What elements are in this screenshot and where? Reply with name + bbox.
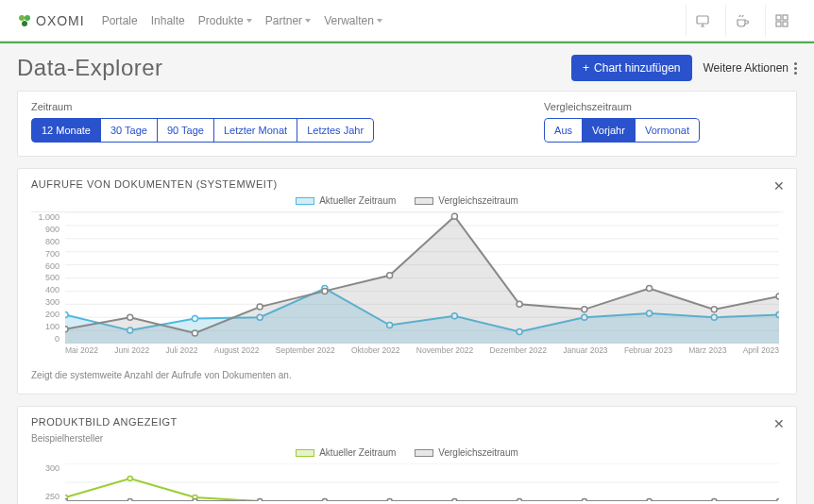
svg-point-37 (322, 288, 328, 294)
svg-rect-6 (776, 22, 781, 26)
legend-swatch-current (296, 449, 314, 457)
brand-logo[interactable]: OXOMI (17, 13, 85, 28)
svg-point-33 (65, 327, 68, 332)
xtick: April 2023 (743, 345, 779, 362)
chart1-yaxis: 1.0009008007006005004003002001000 (31, 212, 63, 344)
logo-icon (17, 13, 32, 28)
xtick: Mai 2022 (65, 345, 98, 362)
chevron-down-icon (305, 19, 311, 23)
nav-produkte[interactable]: Produkte (198, 14, 252, 27)
vergleich-option-0[interactable]: Aus (544, 118, 583, 143)
chart2-subtitle: Beispielhersteller (31, 433, 783, 444)
svg-point-61 (193, 499, 197, 502)
topbar: OXOMI Portale Inhalte Produkte Partner V… (0, 0, 814, 42)
legend-current: Aktueller Zeitraum (296, 195, 396, 206)
page-content: Data-Explorer + Chart hinzufügen Weitere… (0, 43, 814, 504)
ytick: 800 (31, 237, 59, 246)
topbar-right (686, 5, 797, 37)
ytick: 300 (31, 297, 59, 307)
legend-swatch-compare (415, 197, 433, 205)
ytick: 900 (31, 225, 59, 234)
legend-compare: Vergleichszeitraum (415, 447, 517, 458)
zeitraum-group: Zeitraum 12 Monate30 Tage90 TageLetzter … (31, 101, 374, 143)
plus-icon: + (583, 61, 589, 75)
ytick: 300 (31, 463, 59, 473)
more-actions-button[interactable]: Weitere Aktionen (704, 61, 798, 75)
nav-portale[interactable]: Portale (102, 14, 138, 27)
xtick: Oktober 2022 (351, 345, 400, 362)
xtick: Juni 2022 (114, 345, 149, 362)
zeitraum-label: Zeitraum (31, 101, 374, 112)
grid-icon[interactable] (765, 5, 797, 37)
legend-compare: Vergleichszeitraum (415, 195, 517, 206)
svg-point-34 (127, 314, 133, 320)
svg-point-44 (776, 294, 779, 299)
chart-panel-2: ✕ PRODUKTBILD ANGEZEIGT Beispielherstell… (17, 406, 797, 504)
legend-swatch-compare (415, 449, 433, 457)
zeitraum-option-4[interactable]: Letztes Jahr (297, 118, 374, 143)
svg-point-2 (22, 21, 27, 26)
chart1-xaxis: Mai 2022Juni 2022Juli 2022August 2022Sep… (65, 345, 779, 362)
vergleich-option-1[interactable]: Vorjahr (582, 118, 636, 143)
xtick: März 2023 (688, 345, 726, 362)
coffee-icon[interactable] (725, 5, 757, 37)
svg-point-40 (517, 301, 522, 307)
chart1-area: 1.0009008007006005004003002001000 Mai 20… (31, 211, 783, 362)
svg-point-35 (192, 330, 197, 336)
ytick: 600 (31, 261, 59, 271)
svg-point-41 (582, 307, 587, 312)
zeitraum-option-2[interactable]: 90 Tage (157, 118, 214, 143)
close-icon[interactable]: ✕ (773, 416, 785, 431)
vergleich-buttons: AusVorjahrVormonat (544, 118, 700, 143)
ytick: 700 (31, 249, 59, 259)
svg-point-42 (647, 286, 653, 292)
svg-point-60 (127, 499, 132, 502)
svg-point-69 (712, 499, 717, 502)
zeitraum-option-1[interactable]: 30 Tage (100, 118, 158, 143)
add-chart-button[interactable]: + Chart hinzufügen (571, 55, 691, 81)
ytick: 400 (31, 285, 59, 294)
vergleich-group: Vergleichszeitraum AusVorjahrVormonat (544, 101, 700, 143)
zeitraum-option-3[interactable]: Letzter Monat (213, 118, 297, 143)
svg-rect-3 (697, 16, 708, 24)
ytick: 0 (31, 334, 59, 344)
svg-point-20 (65, 311, 68, 317)
chevron-down-icon (377, 19, 382, 23)
xtick: August 2022 (214, 345, 260, 362)
xtick: Januar 2023 (563, 345, 607, 362)
page-title: Data-Explorer (17, 55, 163, 81)
nav-verwalten[interactable]: Verwalten (324, 14, 382, 27)
svg-point-0 (19, 15, 25, 21)
kebab-icon (794, 62, 797, 75)
ytick: 100 (31, 322, 59, 331)
ytick: 500 (31, 273, 59, 282)
zeitraum-buttons: 12 Monate30 Tage90 TageLetzter MonatLetz… (31, 118, 374, 143)
ytick: 250 (31, 492, 59, 501)
svg-point-68 (647, 499, 652, 502)
header-actions: + Chart hinzufügen Weitere Aktionen (571, 55, 797, 81)
xtick: September 2022 (276, 345, 335, 362)
monitor-icon[interactable] (686, 5, 718, 37)
chevron-down-icon (246, 19, 252, 23)
svg-point-38 (387, 273, 393, 278)
nav-partner[interactable]: Partner (265, 14, 311, 27)
vergleich-option-2[interactable]: Vormonat (635, 118, 700, 143)
legend-current: Aktueller Zeitraum (296, 447, 396, 458)
svg-point-59 (65, 499, 68, 502)
zeitraum-option-0[interactable]: 12 Monate (31, 118, 101, 143)
svg-point-39 (451, 213, 457, 219)
svg-rect-4 (776, 15, 781, 20)
xtick: Dezember 2022 (490, 345, 547, 362)
nav-inhalte[interactable]: Inhalte (151, 14, 185, 27)
xtick: November 2022 (416, 345, 473, 362)
svg-point-64 (387, 499, 392, 502)
main-nav: Portale Inhalte Produkte Partner Verwalt… (102, 14, 382, 27)
chart1-description: Zeigt die systemweite Anzahl der Aufrufe… (31, 370, 783, 380)
close-icon[interactable]: ✕ (773, 178, 785, 193)
svg-point-62 (258, 499, 263, 502)
svg-point-48 (127, 477, 132, 481)
chart1-title: AUFRUFE VON DOKUMENTEN (SYSTEMWEIT) (31, 178, 783, 190)
svg-rect-7 (783, 22, 788, 26)
filter-panel: Zeitraum 12 Monate30 Tage90 TageLetzter … (17, 91, 797, 157)
svg-point-67 (582, 499, 586, 502)
